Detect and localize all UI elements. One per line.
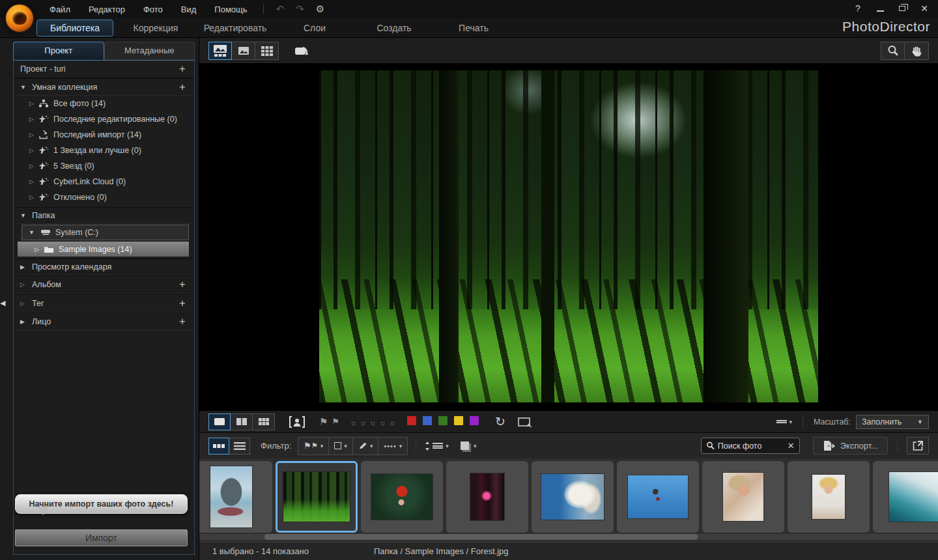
view-grid-button[interactable] [255,42,279,60]
label-color-purple[interactable] [470,416,479,425]
expand-arrow-icon[interactable]: ▷ [29,163,38,169]
menu-editor[interactable]: Редактор [79,2,134,17]
tree-item-all-photos[interactable]: ▷ Все фото (14) [14,96,194,111]
zoom-scale-select[interactable]: Заполнить ▼ [856,415,929,429]
tree-item-rejected[interactable]: ▷ Отклонено (0) [14,189,194,205]
close-button[interactable]: ✕ [916,2,933,15]
thumbnail-neon-storefront[interactable] [446,461,528,533]
label-color-green[interactable] [438,416,448,425]
crop-rotate-icon[interactable] [517,416,533,428]
rotate-canvas-button[interactable] [289,42,315,60]
redo-icon[interactable]: ↷ [290,3,310,15]
label-color-red[interactable] [407,416,416,425]
expand-arrow-icon[interactable]: ▷ [35,246,44,253]
flag-pick-icon[interactable]: ⚑ [319,416,328,428]
tab-metadata[interactable]: Метаданные [104,42,195,60]
tree-item-sample-images-selected[interactable]: ▷ Sample Images (14) [18,242,189,257]
zoom-tool-button[interactable] [881,42,905,60]
rating-dot[interactable] [371,422,375,425]
expand-arrow-icon[interactable]: ▷ [29,132,38,138]
photo-viewer[interactable] [199,64,938,410]
filter-edited-button[interactable]: ▾ [353,438,379,455]
tree-item-five-stars[interactable]: ▷ 5 Звезд (0) [14,158,194,174]
pan-tool-button[interactable] [905,42,929,60]
thumbnail-forest-selected[interactable] [276,461,358,533]
menu-view[interactable]: Вид [172,2,206,17]
expand-arrow-icon[interactable]: ▷ [29,147,38,154]
smart-collection-header[interactable]: ▼ Умная коллекция + [14,78,194,96]
tab-adjustment[interactable]: Коррекция [116,20,195,36]
open-new-window-button[interactable] [907,437,929,455]
photo-search-box[interactable]: ✕ [701,438,800,454]
expand-arrow-icon[interactable]: ▷ [29,116,38,122]
tree-item-drive-c[interactable]: ▼ System (C:) [21,225,189,240]
forest-photo[interactable] [319,70,818,402]
expand-arrow-icon[interactable]: ▷ [20,300,27,307]
menu-photo[interactable]: Фото [134,2,172,17]
import-button[interactable]: Импорт [15,529,188,546]
maximize-button[interactable] [894,2,911,15]
view-single-button[interactable] [232,42,255,60]
tag-section-header[interactable]: ▷ Тег + [14,294,194,313]
thumbnail-rocket-launch[interactable] [532,461,614,533]
expand-arrow-icon[interactable]: ▶ [20,318,27,325]
thumbnail-ocean-wave[interactable] [873,461,938,533]
rotate-left-icon[interactable]: ↻ [495,414,505,429]
flag-reject-icon[interactable]: ⚑ [332,417,339,427]
menu-help[interactable]: Помощь [205,2,256,17]
view-filmstrip-button[interactable] [208,42,232,60]
sort-button[interactable]: ▾ [424,441,449,451]
tab-library[interactable]: Библиотека [36,20,113,36]
filter-rating-button[interactable]: •••• ▾ [378,438,407,455]
expand-arrow-icon[interactable]: ▷ [20,281,27,288]
filter-color-button[interactable]: ▾ [329,438,353,455]
list-view-button[interactable] [229,438,250,455]
filter-flags-button[interactable]: ⚑ ⚑ ▾ [298,438,329,455]
add-face-button[interactable]: + [177,316,188,328]
expand-arrow-icon[interactable]: ▷ [29,100,38,107]
settings-gear-icon[interactable]: ⚙ [310,3,330,15]
collapse-arrow-icon[interactable]: ▼ [20,84,27,91]
tab-edit[interactable]: Редактировать [195,20,275,36]
tree-item-cyberlink-cloud[interactable]: ▷ CyberLink Cloud (0) [14,174,194,189]
add-project-button[interactable]: + [177,63,188,75]
compare-two-button[interactable] [231,413,253,430]
collapse-arrow-icon[interactable]: ▼ [20,212,27,219]
tab-layers[interactable]: Слои [275,20,354,36]
expand-arrow-icon[interactable]: ▷ [29,194,38,201]
add-tag-button[interactable]: + [177,298,188,309]
album-section-header[interactable]: ▷ Альбом + [14,275,194,294]
tab-create[interactable]: Создать [354,20,434,36]
calendar-section-header[interactable]: ▶ Просмотр календаря [14,259,194,275]
thumbnail-snowboarder[interactable] [617,461,699,533]
clear-search-icon[interactable]: ✕ [788,441,795,451]
expand-arrow-icon[interactable]: ▷ [29,178,38,185]
thumbnail-scrollbar[interactable] [199,534,938,540]
rating-dot[interactable] [362,422,365,425]
rating-dot[interactable] [352,422,355,425]
scrollbar-thumb[interactable] [264,534,698,540]
thumbnail-karst-rock-boat[interactable] [199,461,272,533]
face-section-header[interactable]: ▶ Лицо + [14,313,194,331]
sidebar-collapse-handle[interactable]: ◀ [0,294,9,311]
collapse-arrow-icon[interactable]: ▼ [29,229,35,236]
search-input[interactable] [718,441,788,451]
rating-dot[interactable] [391,422,394,425]
tree-item-latest-import[interactable]: ▷ Последний импорт (14) [14,127,194,143]
tree-item-one-star-or-better[interactable]: ▷ 1 Звезда или лучше (0) [14,143,194,158]
export-button[interactable]: Экспорт... [813,437,888,455]
label-color-yellow[interactable] [454,416,463,425]
thumbnail-laughing-blonde-woman[interactable] [788,461,870,533]
thumbnail-smiling-woman[interactable] [702,461,784,533]
folder-section-header[interactable]: ▼ Папка [14,207,194,224]
add-album-button[interactable]: + [177,279,188,290]
add-smart-collection-button[interactable]: + [177,81,188,93]
face-tag-button[interactable] [284,413,310,430]
label-color-blue[interactable] [423,416,432,425]
tab-project[interactable]: Проект [13,42,104,60]
expand-arrow-icon[interactable]: ▶ [20,264,27,270]
thumbnail-strip-button[interactable] [208,438,229,455]
star-rating[interactable] [348,416,397,428]
tab-print[interactable]: Печать [434,20,513,36]
multi-preview-button[interactable] [253,413,275,430]
